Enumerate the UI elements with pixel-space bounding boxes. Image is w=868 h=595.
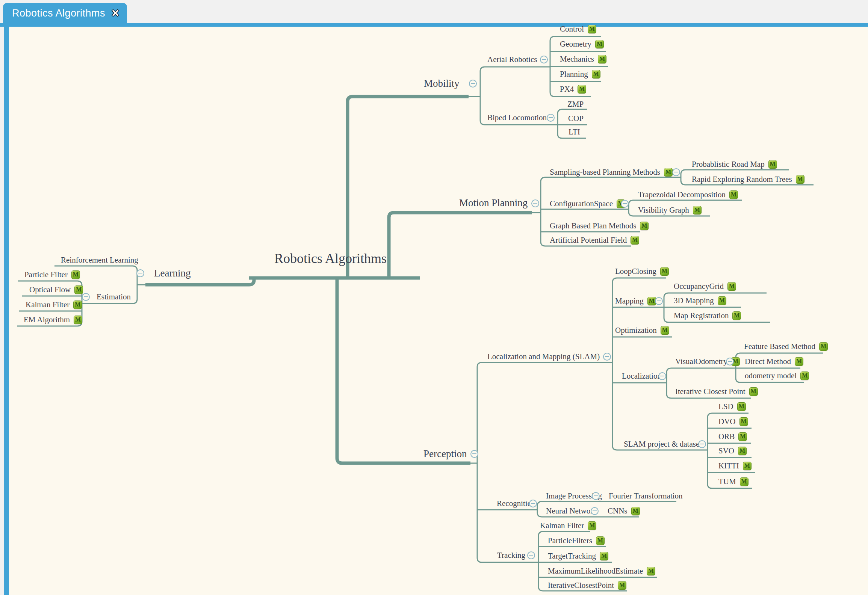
markdown-badge-icon: M [74, 285, 83, 294]
collapse-toggle-icon[interactable] [603, 353, 611, 361]
mindmap-node-px4[interactable]: PX4M [560, 83, 586, 95]
mindmap-node-cnns[interactable]: CNNsM [608, 505, 640, 516]
mindmap-node-artificial-potential-field[interactable]: Artificial Potential FieldM [550, 234, 639, 246]
mindmap-node-kalman-filter[interactable]: Kalman FilterM [26, 299, 82, 310]
collapse-toggle-icon[interactable] [658, 372, 666, 380]
collapse-toggle-icon[interactable] [726, 358, 734, 365]
mindmap-node-perception[interactable]: Perception [423, 447, 467, 461]
mindmap-node-optimization[interactable]: OptimizationM [615, 325, 669, 336]
mindmap-node-neural-network[interactable]: Neural Network [546, 505, 597, 516]
mindmap-node-reinforcement-learning[interactable]: Reinforcement Learning [61, 254, 138, 266]
mindmap-node-localization-and-mapping-slam[interactable]: Localization and Mapping (SLAM) [487, 351, 600, 362]
mindmap-node-dvo[interactable]: DVOM [718, 416, 748, 427]
mindmap-node-planning[interactable]: PlanningM [560, 68, 600, 80]
collapse-toggle-icon[interactable] [698, 440, 706, 448]
mindmap-node-kitti[interactable]: KITTIM [718, 460, 752, 471]
collapse-toggle-icon[interactable] [527, 551, 535, 559]
mindmap-node-lti[interactable]: LTI [569, 126, 580, 137]
mindmap-node-configurationspace[interactable]: ConfigurationSpaceM [550, 198, 625, 209]
mindmap-node-control[interactable]: ControlM [560, 23, 596, 35]
markdown-badge-icon: M [600, 552, 608, 560]
mindmap-node-biped-locomotion[interactable]: Biped Locomotion [487, 112, 547, 123]
mindmap-node-occupancygrid[interactable]: OccupancyGridM [674, 281, 736, 292]
mindmap-node-em-algorithm[interactable]: EM AlgorithmM [24, 314, 82, 325]
mindmap-node-probablistic-road-map[interactable]: Probablistic Road MapM [692, 159, 777, 170]
collapse-toggle-icon[interactable] [136, 269, 144, 277]
markdown-badge-icon: M [768, 160, 777, 169]
mindmap-node-learning[interactable]: Learning [154, 266, 191, 280]
mindmap-node-visibility-graph[interactable]: Visibility GraphM [638, 204, 702, 216]
mindmap-node-fourier-transformation[interactable]: Fourier Transformation [609, 490, 683, 501]
mindmap-node-particlefilters[interactable]: ParticleFiltersM [548, 535, 605, 546]
mindmap-node-tracking[interactable]: Tracking [497, 550, 525, 561]
mindmap-node-map-registration[interactable]: Map RegistrationM [674, 310, 741, 321]
mindmap-node-iterativeclosestpoint[interactable]: IterativeClosestPointM [548, 580, 626, 591]
mindmap-node-iterative-closest-point[interactable]: Iterative Closest PointM [675, 386, 758, 397]
collapse-toggle-icon[interactable] [547, 114, 555, 122]
mindmap-node-motion-planning[interactable]: Motion Planning [459, 196, 528, 210]
collapse-toggle-icon[interactable] [621, 200, 629, 208]
mindmap-node-kalman-filter[interactable]: Kalman FilterM [540, 520, 596, 531]
mindmap-node-odometry-model[interactable]: odometry modelM [745, 370, 809, 381]
collapse-toggle-icon[interactable] [592, 492, 600, 500]
mindmap-node-estimation[interactable]: Estimation [97, 291, 131, 302]
collapse-toggle-icon[interactable] [529, 500, 537, 507]
mindmap-node-feature-based-method[interactable]: Feature Based MethodM [744, 341, 828, 352]
collapse-toggle-icon[interactable] [655, 297, 663, 305]
node-label: IterativeClosestPoint [548, 580, 614, 591]
mindmap-node-trapezoidal-decomposition[interactable]: Trapezoidal DecompositionM [638, 189, 738, 200]
mindmap-node-cop[interactable]: COP [568, 113, 584, 124]
tab-close-icon[interactable]: ✕ [111, 8, 119, 18]
mindmap-node-tum[interactable]: TUMM [718, 476, 749, 487]
mindmap-node-aerial-robotics[interactable]: Aerial Robotics [487, 54, 537, 65]
mindmap-node-orb[interactable]: ORBM [718, 431, 747, 442]
mindmap-node-optical-flow[interactable]: Optical FlowM [29, 284, 83, 295]
collapse-toggle-icon[interactable] [470, 450, 478, 458]
collapse-toggle-icon[interactable] [469, 80, 477, 88]
node-label: OccupancyGrid [674, 281, 724, 292]
mindmap-node-3d-mapping[interactable]: 3D MappingM [674, 295, 726, 306]
markdown-badge-icon: M [74, 316, 82, 324]
markdown-badge-icon: M [729, 190, 738, 199]
mindmap-node-graph-based-plan-methods[interactable]: Graph Based Plan MethodsM [550, 220, 649, 231]
mindmap-node-localization[interactable]: Localization [622, 370, 661, 382]
node-label: COP [568, 113, 584, 124]
node-label: LTI [569, 126, 580, 137]
markdown-badge-icon: M [800, 371, 809, 380]
mindmap-node-zmp[interactable]: ZMP [567, 98, 584, 110]
collapse-toggle-icon[interactable] [591, 507, 599, 515]
mindmap-node-loopclosing[interactable]: LoopClosingM [615, 266, 669, 277]
node-label: Mobility [424, 76, 460, 91]
tab-robotics-algorithms[interactable]: Robotics Algorithms ✕ [3, 3, 127, 23]
mindmap-node-direct-method[interactable]: Direct MethodM [745, 356, 803, 367]
mindmap-node-robotics-algorithms[interactable]: Robotics Algorithms [274, 249, 387, 268]
mindmap-node-geometry[interactable]: GeometryM [560, 38, 604, 50]
mindmap-node-rapid-exploring-random-trees[interactable]: Rapid Exploring Random TreesM [692, 174, 804, 185]
mindmap-node-lsd[interactable]: LSDM [718, 401, 746, 412]
mindmap-node-targettracking[interactable]: TargetTrackingM [548, 550, 608, 562]
mindmap-node-slam-project-dataset[interactable]: SLAM project & dataset [624, 438, 702, 450]
markdown-badge-icon: M [73, 301, 82, 309]
markdown-badge-icon: M [743, 462, 752, 470]
mindmap-node-svo[interactable]: SVOM [718, 445, 747, 456]
markdown-badge-icon: M [618, 581, 626, 590]
markdown-badge-icon: M [727, 282, 736, 291]
mindmap-node-particle-filter[interactable]: Particle FilterM [24, 269, 80, 280]
node-label: Optimization [615, 325, 657, 336]
collapse-toggle-icon[interactable] [672, 168, 680, 176]
markdown-badge-icon: M [640, 222, 649, 230]
mindmap-node-mapping[interactable]: MappingM [615, 295, 656, 307]
node-label: 3D Mapping [674, 295, 714, 306]
node-label: SLAM project & dataset [624, 438, 702, 450]
node-label: Tracking [497, 550, 525, 561]
mindmap-node-mobility[interactable]: Mobility [424, 76, 460, 91]
node-label: ParticleFilters [548, 535, 592, 546]
node-label: Robotics Algorithms [274, 249, 387, 268]
mindmap-node-mechanics[interactable]: MechanicsM [560, 53, 606, 65]
mindmap-node-maximumlikelihoodestimate[interactable]: MaximumLikelihoodEstimateM [548, 565, 655, 577]
collapse-toggle-icon[interactable] [540, 56, 548, 63]
tab-title: Robotics Algorithms [12, 8, 105, 19]
collapse-toggle-icon[interactable] [531, 199, 539, 207]
node-label: Iterative Closest Point [675, 386, 746, 397]
mindmap-node-sampling-based-planning-methods[interactable]: Sampling-based Planning MethodsM [550, 166, 673, 178]
